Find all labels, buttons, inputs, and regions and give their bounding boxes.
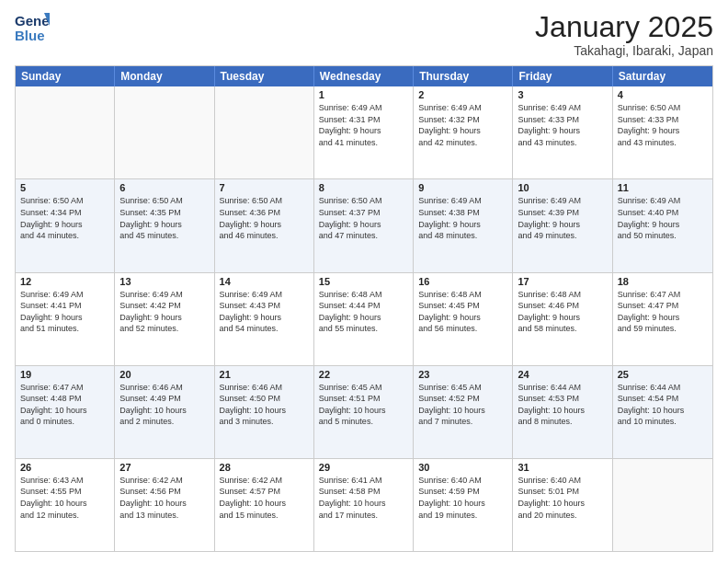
calendar-week-2: 5Sunrise: 6:50 AM Sunset: 4:34 PM Daylig… [16, 179, 712, 272]
page: GeneralBlue January 2025 Takahagi, Ibara… [0, 0, 728, 563]
day-info: Sunrise: 6:40 AM Sunset: 4:59 PM Dayligh… [418, 475, 507, 521]
day-number: 21 [220, 369, 309, 380]
day-5: 5Sunrise: 6:50 AM Sunset: 4:34 PM Daylig… [16, 179, 115, 271]
day-info: Sunrise: 6:43 AM Sunset: 4:55 PM Dayligh… [20, 475, 109, 521]
day-3: 3Sunrise: 6:49 AM Sunset: 4:33 PM Daylig… [513, 86, 612, 178]
day-2: 2Sunrise: 6:49 AM Sunset: 4:32 PM Daylig… [414, 86, 513, 178]
day-7: 7Sunrise: 6:50 AM Sunset: 4:36 PM Daylig… [215, 179, 314, 271]
day-15: 15Sunrise: 6:48 AM Sunset: 4:44 PM Dayli… [314, 273, 414, 365]
day-number: 25 [618, 369, 708, 380]
day-number: 17 [518, 276, 607, 287]
calendar: SundayMondayTuesdayWednesdayThursdayFrid… [15, 65, 713, 552]
day-number: 10 [518, 182, 607, 193]
day-number: 12 [20, 276, 109, 287]
weekday-header-sunday: Sunday [16, 66, 115, 86]
day-20: 20Sunrise: 6:46 AM Sunset: 4:49 PM Dayli… [115, 366, 214, 458]
day-info: Sunrise: 6:44 AM Sunset: 4:54 PM Dayligh… [618, 382, 708, 428]
day-17: 17Sunrise: 6:48 AM Sunset: 4:46 PM Dayli… [513, 273, 612, 365]
day-number: 14 [220, 276, 309, 287]
day-number: 18 [618, 276, 708, 287]
day-number: 15 [319, 276, 408, 287]
day-info: Sunrise: 6:48 AM Sunset: 4:45 PM Dayligh… [418, 289, 507, 335]
logo-icon: GeneralBlue [15, 11, 37, 37]
day-info: Sunrise: 6:50 AM Sunset: 4:35 PM Dayligh… [119, 195, 209, 241]
day-number: 7 [220, 182, 309, 193]
day-27: 27Sunrise: 6:42 AM Sunset: 4:56 PM Dayli… [115, 459, 214, 551]
calendar-week-5: 26Sunrise: 6:43 AM Sunset: 4:55 PM Dayli… [16, 459, 712, 551]
day-8: 8Sunrise: 6:50 AM Sunset: 4:37 PM Daylig… [314, 179, 414, 271]
day-number: 20 [119, 369, 209, 380]
calendar-week-1: 1Sunrise: 6:49 AM Sunset: 4:31 PM Daylig… [16, 86, 712, 179]
title-section: January 2025 Takahagi, Ibaraki, Japan [535, 11, 713, 58]
calendar-week-3: 12Sunrise: 6:49 AM Sunset: 4:41 PM Dayli… [16, 273, 712, 366]
weekday-header-tuesday: Tuesday [215, 66, 314, 86]
day-info: Sunrise: 6:45 AM Sunset: 4:51 PM Dayligh… [319, 382, 408, 428]
day-number: 28 [220, 462, 309, 473]
day-info: Sunrise: 6:49 AM Sunset: 4:38 PM Dayligh… [418, 195, 507, 241]
day-info: Sunrise: 6:49 AM Sunset: 4:40 PM Dayligh… [618, 195, 708, 241]
day-number: 23 [418, 369, 507, 380]
day-24: 24Sunrise: 6:44 AM Sunset: 4:53 PM Dayli… [513, 366, 612, 458]
day-number: 31 [518, 462, 607, 473]
day-23: 23Sunrise: 6:45 AM Sunset: 4:52 PM Dayli… [414, 366, 513, 458]
day-number: 24 [518, 369, 607, 380]
day-info: Sunrise: 6:46 AM Sunset: 4:49 PM Dayligh… [119, 382, 209, 428]
day-number: 26 [20, 462, 109, 473]
day-22: 22Sunrise: 6:45 AM Sunset: 4:51 PM Dayli… [314, 366, 414, 458]
day-number: 1 [319, 89, 408, 100]
day-info: Sunrise: 6:49 AM Sunset: 4:31 PM Dayligh… [319, 102, 408, 148]
day-number: 4 [618, 89, 708, 100]
day-number: 29 [319, 462, 408, 473]
day-number: 2 [418, 89, 507, 100]
weekday-header-wednesday: Wednesday [314, 66, 414, 86]
day-19: 19Sunrise: 6:47 AM Sunset: 4:48 PM Dayli… [16, 366, 115, 458]
month-title: January 2025 [535, 11, 713, 43]
day-info: Sunrise: 6:44 AM Sunset: 4:53 PM Dayligh… [518, 382, 607, 428]
logo: GeneralBlue [15, 11, 39, 37]
day-info: Sunrise: 6:49 AM Sunset: 4:39 PM Dayligh… [518, 195, 607, 241]
day-number: 27 [119, 462, 209, 473]
empty-cell [613, 459, 712, 551]
day-number: 5 [20, 182, 109, 193]
day-21: 21Sunrise: 6:46 AM Sunset: 4:50 PM Dayli… [215, 366, 314, 458]
day-25: 25Sunrise: 6:44 AM Sunset: 4:54 PM Dayli… [613, 366, 712, 458]
day-number: 13 [119, 276, 209, 287]
day-info: Sunrise: 6:49 AM Sunset: 4:32 PM Dayligh… [418, 102, 507, 148]
calendar-header: SundayMondayTuesdayWednesdayThursdayFrid… [16, 66, 712, 86]
day-29: 29Sunrise: 6:41 AM Sunset: 4:58 PM Dayli… [314, 459, 414, 551]
day-4: 4Sunrise: 6:50 AM Sunset: 4:33 PM Daylig… [613, 86, 712, 178]
day-info: Sunrise: 6:40 AM Sunset: 5:01 PM Dayligh… [518, 475, 607, 521]
day-number: 3 [518, 89, 607, 100]
calendar-week-4: 19Sunrise: 6:47 AM Sunset: 4:48 PM Dayli… [16, 366, 712, 459]
day-number: 19 [20, 369, 109, 380]
day-info: Sunrise: 6:47 AM Sunset: 4:47 PM Dayligh… [618, 289, 708, 335]
day-11: 11Sunrise: 6:49 AM Sunset: 4:40 PM Dayli… [613, 179, 712, 271]
empty-cell [16, 86, 115, 178]
weekday-header-monday: Monday [115, 66, 214, 86]
day-18: 18Sunrise: 6:47 AM Sunset: 4:47 PM Dayli… [613, 273, 712, 365]
day-number: 6 [119, 182, 209, 193]
day-10: 10Sunrise: 6:49 AM Sunset: 4:39 PM Dayli… [513, 179, 612, 271]
svg-text:General: General [15, 13, 50, 29]
day-6: 6Sunrise: 6:50 AM Sunset: 4:35 PM Daylig… [115, 179, 214, 271]
day-info: Sunrise: 6:42 AM Sunset: 4:57 PM Dayligh… [220, 475, 309, 521]
day-info: Sunrise: 6:47 AM Sunset: 4:48 PM Dayligh… [20, 382, 109, 428]
empty-cell [215, 86, 314, 178]
day-info: Sunrise: 6:50 AM Sunset: 4:34 PM Dayligh… [20, 195, 109, 241]
day-12: 12Sunrise: 6:49 AM Sunset: 4:41 PM Dayli… [16, 273, 115, 365]
day-30: 30Sunrise: 6:40 AM Sunset: 4:59 PM Dayli… [414, 459, 513, 551]
day-info: Sunrise: 6:50 AM Sunset: 4:36 PM Dayligh… [220, 195, 309, 241]
day-info: Sunrise: 6:50 AM Sunset: 4:37 PM Dayligh… [319, 195, 408, 241]
day-info: Sunrise: 6:46 AM Sunset: 4:50 PM Dayligh… [220, 382, 309, 428]
day-info: Sunrise: 6:49 AM Sunset: 4:33 PM Dayligh… [518, 102, 607, 148]
day-info: Sunrise: 6:49 AM Sunset: 4:42 PM Dayligh… [119, 289, 209, 335]
day-26: 26Sunrise: 6:43 AM Sunset: 4:55 PM Dayli… [16, 459, 115, 551]
day-info: Sunrise: 6:50 AM Sunset: 4:33 PM Dayligh… [618, 102, 708, 148]
day-1: 1Sunrise: 6:49 AM Sunset: 4:31 PM Daylig… [314, 86, 414, 178]
day-14: 14Sunrise: 6:49 AM Sunset: 4:43 PM Dayli… [215, 273, 314, 365]
day-number: 11 [618, 182, 708, 193]
day-info: Sunrise: 6:42 AM Sunset: 4:56 PM Dayligh… [119, 475, 209, 521]
day-number: 30 [418, 462, 507, 473]
day-16: 16Sunrise: 6:48 AM Sunset: 4:45 PM Dayli… [414, 273, 513, 365]
weekday-header-thursday: Thursday [414, 66, 513, 86]
